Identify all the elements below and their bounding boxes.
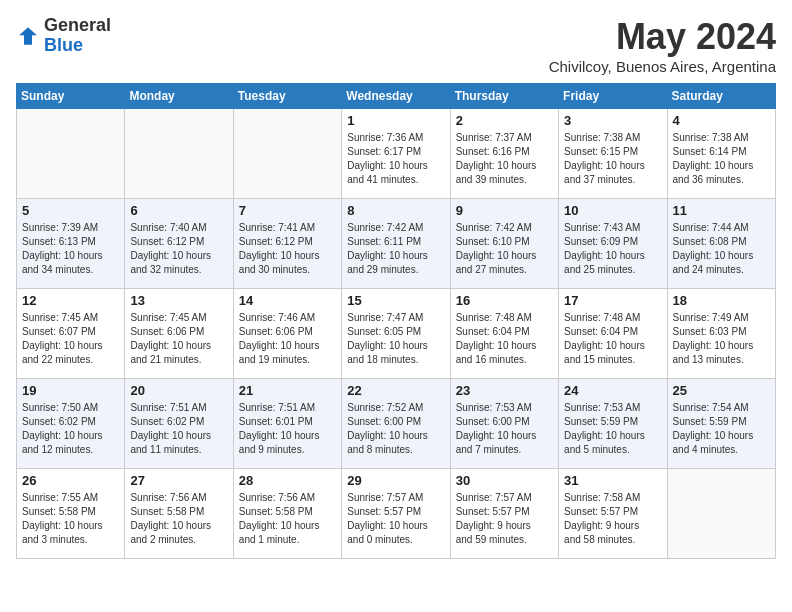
day-info: Sunrise: 7:46 AM Sunset: 6:06 PM Dayligh…: [239, 311, 336, 367]
col-tuesday: Tuesday: [233, 84, 341, 109]
table-row: 20Sunrise: 7:51 AM Sunset: 6:02 PM Dayli…: [125, 379, 233, 469]
day-number: 24: [564, 383, 661, 398]
table-row: 22Sunrise: 7:52 AM Sunset: 6:00 PM Dayli…: [342, 379, 450, 469]
day-info: Sunrise: 7:36 AM Sunset: 6:17 PM Dayligh…: [347, 131, 444, 187]
svg-marker-0: [19, 27, 37, 45]
logo-icon: [16, 24, 40, 48]
col-sunday: Sunday: [17, 84, 125, 109]
day-info: Sunrise: 7:45 AM Sunset: 6:07 PM Dayligh…: [22, 311, 119, 367]
logo-blue: Blue: [44, 36, 111, 56]
page-header: General Blue May 2024 Chivilcoy, Buenos …: [16, 16, 776, 75]
day-number: 11: [673, 203, 770, 218]
day-number: 20: [130, 383, 227, 398]
table-row: 2Sunrise: 7:37 AM Sunset: 6:16 PM Daylig…: [450, 109, 558, 199]
day-info: Sunrise: 7:39 AM Sunset: 6:13 PM Dayligh…: [22, 221, 119, 277]
day-info: Sunrise: 7:45 AM Sunset: 6:06 PM Dayligh…: [130, 311, 227, 367]
table-row: 15Sunrise: 7:47 AM Sunset: 6:05 PM Dayli…: [342, 289, 450, 379]
table-row: 17Sunrise: 7:48 AM Sunset: 6:04 PM Dayli…: [559, 289, 667, 379]
table-row: 13Sunrise: 7:45 AM Sunset: 6:06 PM Dayli…: [125, 289, 233, 379]
calendar-row: 5Sunrise: 7:39 AM Sunset: 6:13 PM Daylig…: [17, 199, 776, 289]
day-info: Sunrise: 7:43 AM Sunset: 6:09 PM Dayligh…: [564, 221, 661, 277]
day-number: 22: [347, 383, 444, 398]
col-wednesday: Wednesday: [342, 84, 450, 109]
location-title: Chivilcoy, Buenos Aires, Argentina: [549, 58, 776, 75]
table-row: 5Sunrise: 7:39 AM Sunset: 6:13 PM Daylig…: [17, 199, 125, 289]
table-row: 29Sunrise: 7:57 AM Sunset: 5:57 PM Dayli…: [342, 469, 450, 559]
table-row: 12Sunrise: 7:45 AM Sunset: 6:07 PM Dayli…: [17, 289, 125, 379]
day-number: 26: [22, 473, 119, 488]
day-number: 2: [456, 113, 553, 128]
calendar-table: Sunday Monday Tuesday Wednesday Thursday…: [16, 83, 776, 559]
table-row: 8Sunrise: 7:42 AM Sunset: 6:11 PM Daylig…: [342, 199, 450, 289]
calendar-row: 1Sunrise: 7:36 AM Sunset: 6:17 PM Daylig…: [17, 109, 776, 199]
month-title: May 2024: [549, 16, 776, 58]
day-info: Sunrise: 7:41 AM Sunset: 6:12 PM Dayligh…: [239, 221, 336, 277]
logo-text: General Blue: [44, 16, 111, 56]
day-number: 21: [239, 383, 336, 398]
day-number: 6: [130, 203, 227, 218]
table-row: [233, 109, 341, 199]
day-info: Sunrise: 7:53 AM Sunset: 6:00 PM Dayligh…: [456, 401, 553, 457]
logo-general: General: [44, 16, 111, 36]
table-row: 27Sunrise: 7:56 AM Sunset: 5:58 PM Dayli…: [125, 469, 233, 559]
day-number: 29: [347, 473, 444, 488]
day-number: 12: [22, 293, 119, 308]
table-row: 4Sunrise: 7:38 AM Sunset: 6:14 PM Daylig…: [667, 109, 775, 199]
day-info: Sunrise: 7:56 AM Sunset: 5:58 PM Dayligh…: [239, 491, 336, 547]
day-number: 9: [456, 203, 553, 218]
day-info: Sunrise: 7:56 AM Sunset: 5:58 PM Dayligh…: [130, 491, 227, 547]
day-info: Sunrise: 7:49 AM Sunset: 6:03 PM Dayligh…: [673, 311, 770, 367]
day-info: Sunrise: 7:40 AM Sunset: 6:12 PM Dayligh…: [130, 221, 227, 277]
day-info: Sunrise: 7:52 AM Sunset: 6:00 PM Dayligh…: [347, 401, 444, 457]
table-row: 11Sunrise: 7:44 AM Sunset: 6:08 PM Dayli…: [667, 199, 775, 289]
table-row: 31Sunrise: 7:58 AM Sunset: 5:57 PM Dayli…: [559, 469, 667, 559]
day-info: Sunrise: 7:57 AM Sunset: 5:57 PM Dayligh…: [347, 491, 444, 547]
table-row: 25Sunrise: 7:54 AM Sunset: 5:59 PM Dayli…: [667, 379, 775, 469]
day-info: Sunrise: 7:48 AM Sunset: 6:04 PM Dayligh…: [456, 311, 553, 367]
day-info: Sunrise: 7:44 AM Sunset: 6:08 PM Dayligh…: [673, 221, 770, 277]
day-number: 3: [564, 113, 661, 128]
day-number: 13: [130, 293, 227, 308]
day-info: Sunrise: 7:38 AM Sunset: 6:15 PM Dayligh…: [564, 131, 661, 187]
day-number: 7: [239, 203, 336, 218]
table-row: 16Sunrise: 7:48 AM Sunset: 6:04 PM Dayli…: [450, 289, 558, 379]
table-row: 7Sunrise: 7:41 AM Sunset: 6:12 PM Daylig…: [233, 199, 341, 289]
day-info: Sunrise: 7:38 AM Sunset: 6:14 PM Dayligh…: [673, 131, 770, 187]
day-info: Sunrise: 7:51 AM Sunset: 6:02 PM Dayligh…: [130, 401, 227, 457]
table-row: 30Sunrise: 7:57 AM Sunset: 5:57 PM Dayli…: [450, 469, 558, 559]
table-row: 19Sunrise: 7:50 AM Sunset: 6:02 PM Dayli…: [17, 379, 125, 469]
day-number: 31: [564, 473, 661, 488]
day-number: 1: [347, 113, 444, 128]
logo: General Blue: [16, 16, 111, 56]
table-row: 3Sunrise: 7:38 AM Sunset: 6:15 PM Daylig…: [559, 109, 667, 199]
col-saturday: Saturday: [667, 84, 775, 109]
title-area: May 2024 Chivilcoy, Buenos Aires, Argent…: [549, 16, 776, 75]
col-monday: Monday: [125, 84, 233, 109]
day-number: 4: [673, 113, 770, 128]
calendar-row: 26Sunrise: 7:55 AM Sunset: 5:58 PM Dayli…: [17, 469, 776, 559]
col-thursday: Thursday: [450, 84, 558, 109]
day-number: 8: [347, 203, 444, 218]
table-row: [667, 469, 775, 559]
table-row: 26Sunrise: 7:55 AM Sunset: 5:58 PM Dayli…: [17, 469, 125, 559]
table-row: 23Sunrise: 7:53 AM Sunset: 6:00 PM Dayli…: [450, 379, 558, 469]
day-info: Sunrise: 7:57 AM Sunset: 5:57 PM Dayligh…: [456, 491, 553, 547]
day-info: Sunrise: 7:47 AM Sunset: 6:05 PM Dayligh…: [347, 311, 444, 367]
table-row: 24Sunrise: 7:53 AM Sunset: 5:59 PM Dayli…: [559, 379, 667, 469]
day-number: 17: [564, 293, 661, 308]
day-number: 14: [239, 293, 336, 308]
table-row: 28Sunrise: 7:56 AM Sunset: 5:58 PM Dayli…: [233, 469, 341, 559]
day-number: 28: [239, 473, 336, 488]
table-row: 18Sunrise: 7:49 AM Sunset: 6:03 PM Dayli…: [667, 289, 775, 379]
day-info: Sunrise: 7:54 AM Sunset: 5:59 PM Dayligh…: [673, 401, 770, 457]
table-row: 6Sunrise: 7:40 AM Sunset: 6:12 PM Daylig…: [125, 199, 233, 289]
day-number: 15: [347, 293, 444, 308]
table-row: 10Sunrise: 7:43 AM Sunset: 6:09 PM Dayli…: [559, 199, 667, 289]
day-number: 10: [564, 203, 661, 218]
day-number: 19: [22, 383, 119, 398]
day-info: Sunrise: 7:53 AM Sunset: 5:59 PM Dayligh…: [564, 401, 661, 457]
table-row: 9Sunrise: 7:42 AM Sunset: 6:10 PM Daylig…: [450, 199, 558, 289]
col-friday: Friday: [559, 84, 667, 109]
day-info: Sunrise: 7:55 AM Sunset: 5:58 PM Dayligh…: [22, 491, 119, 547]
day-number: 16: [456, 293, 553, 308]
